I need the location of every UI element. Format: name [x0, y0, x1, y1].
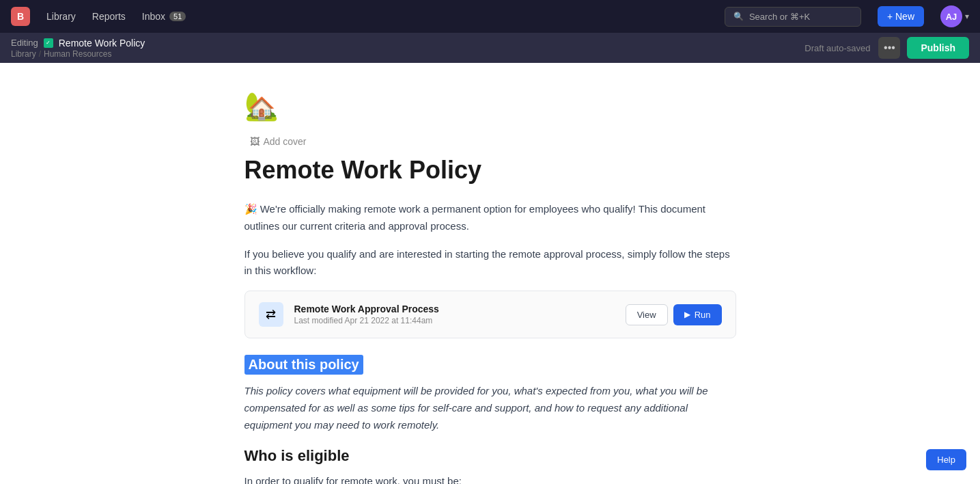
draft-status: Draft auto-saved	[804, 43, 870, 53]
user-avatar-container[interactable]: AJ ▾	[940, 5, 969, 27]
help-button[interactable]: Help	[926, 449, 966, 470]
document-editor: 🏡 🖼 Add cover Remote Work Policy 🎉 We're…	[244, 90, 736, 484]
workflow-card: ⇄ Remote Work Approval Process Last modi…	[244, 291, 736, 338]
section-about-heading[interactable]: About this policy	[244, 355, 363, 375]
workflow-view-button[interactable]: View	[626, 304, 668, 325]
editing-bar: Editing ✓ Remote Work Policy Library / H…	[0, 33, 980, 63]
workflow-actions: View ▶ Run	[626, 304, 722, 325]
document-main-title[interactable]: Remote Work Policy	[244, 155, 736, 185]
breadcrumb: Library / Human Resources	[11, 49, 145, 59]
nav-library[interactable]: Library	[46, 11, 76, 22]
search-bar[interactable]: 🔍 Search or ⌘+K	[725, 7, 861, 27]
add-cover-label: Add cover	[264, 136, 307, 147]
add-cover-button[interactable]: 🖼 Add cover	[244, 133, 736, 150]
search-placeholder: Search or ⌘+K	[749, 12, 810, 22]
doc-status-icon: ✓	[44, 38, 53, 48]
inbox-count: 51	[169, 12, 186, 21]
workflow-run-button[interactable]: ▶ Run	[673, 304, 722, 325]
intro-paragraph-2[interactable]: If you believe you qualify and are inter…	[244, 246, 736, 280]
section-about: About this policy This policy covers wha…	[244, 355, 736, 433]
section-eligible: Who is eligible In order to qualify for …	[244, 447, 736, 484]
document-header: 🏡	[244, 90, 736, 122]
top-navigation: B Library Reports Inbox 51 🔍 Search or ⌘…	[0, 0, 980, 33]
publish-button[interactable]: Publish	[907, 37, 969, 59]
breadcrumb-library[interactable]: Library	[11, 49, 36, 59]
run-label: Run	[695, 310, 711, 320]
inbox-label: Inbox	[142, 11, 165, 22]
main-content: 🏡 🖼 Add cover Remote Work Policy 🎉 We're…	[0, 63, 980, 484]
nav-reports[interactable]: Reports	[92, 11, 126, 22]
nav-inbox[interactable]: Inbox 51	[142, 11, 186, 22]
workflow-meta: Last modified Apr 21 2022 at 11:44am	[294, 316, 615, 325]
search-icon: 🔍	[733, 12, 744, 21]
new-button[interactable]: + New	[878, 6, 924, 27]
chevron-down-icon: ▾	[965, 12, 969, 21]
document-info: Editing ✓ Remote Work Policy Library / H…	[11, 38, 145, 59]
avatar: AJ	[940, 5, 962, 27]
more-options-button[interactable]: •••	[878, 37, 900, 59]
workflow-icon: ⇄	[259, 302, 283, 327]
document-emoji: 🏡	[244, 90, 279, 122]
run-icon: ▶	[684, 310, 690, 319]
document-title-bar: Remote Work Policy	[59, 38, 145, 49]
image-icon: 🖼	[250, 136, 260, 147]
app-logo[interactable]: B	[11, 7, 30, 26]
workflow-title: Remote Work Approval Process	[294, 304, 615, 314]
editing-label: Editing	[11, 38, 38, 48]
intro-paragraph-1[interactable]: 🎉 We're officially making remote work a …	[244, 201, 736, 235]
breadcrumb-section[interactable]: Human Resources	[44, 49, 111, 59]
workflow-info: Remote Work Approval Process Last modifi…	[294, 304, 615, 325]
section-about-text[interactable]: This policy covers what equipment will b…	[244, 383, 736, 433]
section-eligible-heading[interactable]: Who is eligible	[244, 447, 736, 465]
breadcrumb-separator: /	[39, 49, 41, 59]
section-eligible-intro[interactable]: In order to qualify for remote work, you…	[244, 473, 736, 484]
